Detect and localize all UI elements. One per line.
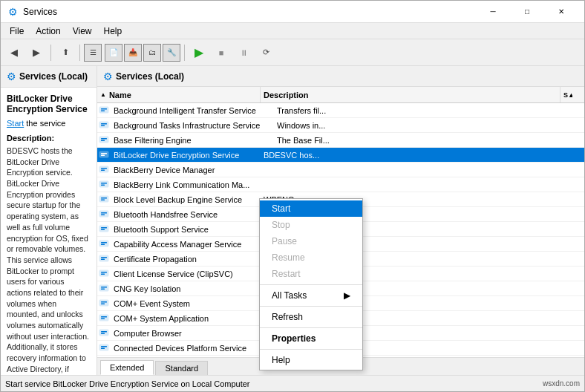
row-icon-cell (97, 149, 111, 161)
service-status-cell (572, 244, 584, 245)
toolbar-delete[interactable]: 🗂 (143, 44, 161, 62)
toolbar-up[interactable]: ⬆ (55, 42, 76, 63)
service-icon (99, 209, 109, 219)
table-header: ▲ Name Description S▲ (97, 87, 584, 103)
svg-rect-11 (101, 154, 105, 156)
row-icon-cell (97, 253, 111, 265)
ctx-refresh[interactable]: Refresh (260, 309, 362, 325)
service-icon (99, 149, 109, 160)
main-container: ⚙ Services (Local) BitLocker Drive Encry… (1, 66, 584, 375)
ctx-stop[interactable]: Stop (260, 217, 362, 233)
row-icon-cell (97, 268, 111, 280)
close-button[interactable]: ✕ (544, 1, 578, 23)
toolbar-show-hide[interactable]: ☰ (84, 44, 102, 62)
service-desc-cell: The Base Fil... (274, 135, 572, 146)
title-bar: ⚙ Services ─ □ ✕ (1, 1, 584, 23)
svg-rect-18 (99, 196, 108, 202)
menu-view[interactable]: View (67, 24, 98, 38)
svg-rect-5 (101, 125, 105, 126)
toolbar-stop[interactable]: ■ (211, 42, 232, 63)
svg-rect-15 (99, 181, 108, 187)
svg-rect-45 (99, 330, 108, 336)
service-description-block: Description: BDESVC hosts the BitLocker … (7, 134, 91, 375)
svg-rect-30 (99, 255, 108, 261)
service-status-cell (572, 318, 584, 319)
toolbar-properties[interactable]: 🔧 (163, 44, 180, 62)
service-name-cell-selected: BitLocker Drive Encryption Service (111, 150, 261, 160)
ctx-properties[interactable]: Properties (260, 330, 362, 347)
service-status-cell (572, 199, 584, 200)
left-panel: ⚙ Services (Local) BitLocker Drive Encry… (1, 66, 97, 375)
toolbar-restart[interactable]: ⟳ (255, 42, 276, 63)
start-service-link[interactable]: Start (7, 119, 24, 128)
toolbar-sep-3 (184, 45, 185, 61)
panel-header-icon: ⚙ (103, 71, 113, 82)
svg-rect-46 (101, 331, 107, 333)
row-icon-cell (97, 298, 111, 310)
title-bar-buttons: ─ □ ✕ (476, 1, 578, 23)
table-row[interactable]: Background Intelligent Transfer Service … (97, 103, 584, 118)
menu-file[interactable]: File (4, 24, 30, 38)
toolbar-export[interactable]: 📄 (105, 44, 122, 62)
col-header-status[interactable]: S▲ (561, 87, 572, 102)
service-status-cell-selected (572, 154, 584, 156)
col-header-description[interactable]: Description (261, 87, 561, 102)
col-header-name[interactable]: ▲ Name (97, 87, 261, 102)
svg-rect-25 (101, 227, 107, 229)
service-icon (99, 342, 109, 353)
row-icon-cell (97, 194, 111, 206)
context-menu: Start Stop Pause Resume Restart All Task… (259, 198, 363, 370)
menu-action[interactable]: Action (30, 24, 66, 38)
left-panel-header: ⚙ Services (Local) (1, 66, 97, 88)
svg-rect-20 (101, 199, 105, 200)
ctx-help[interactable]: Help (260, 352, 362, 368)
svg-rect-23 (101, 214, 105, 215)
svg-rect-21 (99, 211, 108, 217)
toolbar-start[interactable]: ▶ (189, 42, 209, 63)
service-name-cell: BlackBerry Device Manager (111, 165, 261, 175)
maximize-button[interactable]: □ (510, 1, 544, 23)
service-name-cell: BlackBerry Link Communication Ma... (111, 180, 261, 190)
svg-rect-19 (101, 197, 107, 199)
service-status-cell (572, 140, 584, 141)
table-row[interactable]: Base Filtering Engine The Base Fil... (97, 133, 584, 148)
svg-rect-38 (101, 288, 105, 290)
service-icon (99, 327, 109, 338)
tab-extended[interactable]: Extended (100, 360, 154, 375)
table-row[interactable]: Background Tasks Infrastructure Service … (97, 118, 584, 133)
service-name-cell: Certificate Propagation (111, 254, 261, 264)
table-row[interactable]: BlackBerry Link Communication Ma... (97, 177, 584, 192)
service-icon (99, 238, 109, 249)
svg-rect-47 (101, 333, 105, 334)
toolbar-forward[interactable]: ▶ (26, 42, 47, 63)
svg-rect-41 (101, 303, 105, 304)
menu-help[interactable]: Help (98, 24, 128, 38)
tab-standard[interactable]: Standard (155, 361, 208, 375)
table-row[interactable]: BlackBerry Device Manager (97, 163, 584, 177)
row-icon-cell (97, 327, 111, 339)
status-bar: Start service BitLocker Drive Encryption… (1, 375, 584, 391)
ctx-all-tasks-label: All Tasks (272, 290, 307, 301)
name-column-label: Name (109, 91, 131, 99)
service-name-cell: Capability Access Manager Service (111, 239, 261, 249)
toolbar-pause[interactable]: ⏸ (233, 42, 254, 63)
row-icon-cell (97, 283, 111, 295)
ctx-start[interactable]: Start (260, 200, 362, 217)
toolbar-back[interactable]: ◀ (4, 42, 24, 63)
minimize-button[interactable]: ─ (476, 1, 510, 23)
ctx-all-tasks[interactable]: All Tasks ▶ (260, 287, 362, 304)
menu-bar: File Action View Help (1, 23, 584, 39)
svg-rect-6 (99, 137, 108, 143)
svg-rect-35 (101, 273, 105, 275)
ctx-restart[interactable]: Restart (260, 266, 362, 282)
svg-rect-32 (101, 258, 105, 260)
window-icon: ⚙ (7, 6, 19, 18)
service-name-cell: Base Filtering Engine (111, 135, 274, 146)
toolbar-import[interactable]: 📥 (124, 44, 142, 62)
ctx-pause[interactable]: Pause (260, 233, 362, 249)
ctx-sep-1 (260, 284, 362, 285)
service-icon (99, 223, 109, 234)
service-desc-cell-selected: BDESVC hos... (261, 150, 572, 160)
table-row-selected[interactable]: BitLocker Drive Encryption Service BDESV… (97, 148, 584, 163)
ctx-resume[interactable]: Resume (260, 249, 362, 266)
